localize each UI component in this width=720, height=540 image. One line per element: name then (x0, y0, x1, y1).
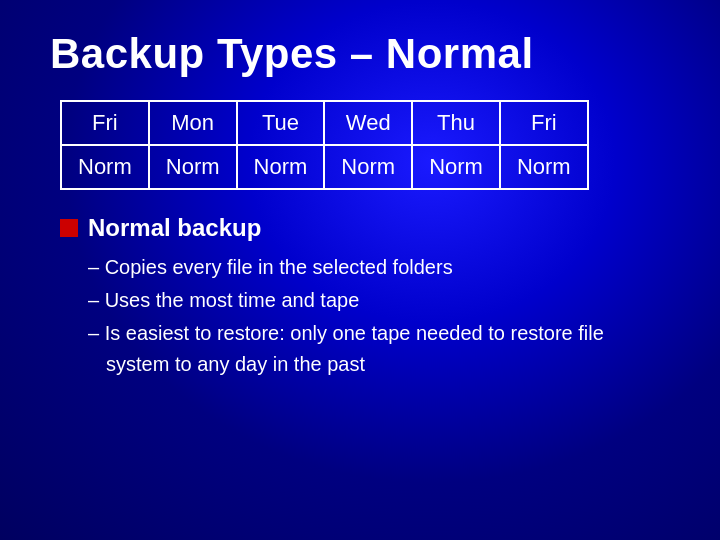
bullet-header: Normal backup (60, 214, 670, 242)
table-cell: Norm (412, 145, 500, 189)
list-item: – Copies every file in the selected fold… (88, 252, 670, 283)
table-cell: Wed (324, 101, 412, 145)
table-cell: Mon (149, 101, 237, 145)
slide-content: Backup Types – Normal Fri Mon Tue Wed Th… (0, 0, 720, 402)
schedule-table: Fri Mon Tue Wed Thu Fri Norm Norm Norm N… (60, 100, 589, 190)
table-cell: Norm (324, 145, 412, 189)
table-cell: Thu (412, 101, 500, 145)
table-cell: Norm (500, 145, 588, 189)
table-row-norm: Norm Norm Norm Norm Norm Norm (61, 145, 588, 189)
table-cell: Fri (500, 101, 588, 145)
table-row-headers: Fri Mon Tue Wed Thu Fri (61, 101, 588, 145)
list-item: – Is easiest to restore: only one tape n… (88, 318, 670, 380)
bullet-icon (60, 219, 78, 237)
table-cell: Norm (149, 145, 237, 189)
table-cell: Fri (61, 101, 149, 145)
bullet-title: Normal backup (88, 214, 261, 242)
list-item: – Uses the most time and tape (88, 285, 670, 316)
bullet-section: Normal backup – Copies every file in the… (60, 214, 670, 380)
table-cell: Tue (237, 101, 325, 145)
bullet-items: – Copies every file in the selected fold… (88, 252, 670, 380)
table-cell: Norm (237, 145, 325, 189)
table-cell: Norm (61, 145, 149, 189)
page-title: Backup Types – Normal (50, 30, 670, 78)
